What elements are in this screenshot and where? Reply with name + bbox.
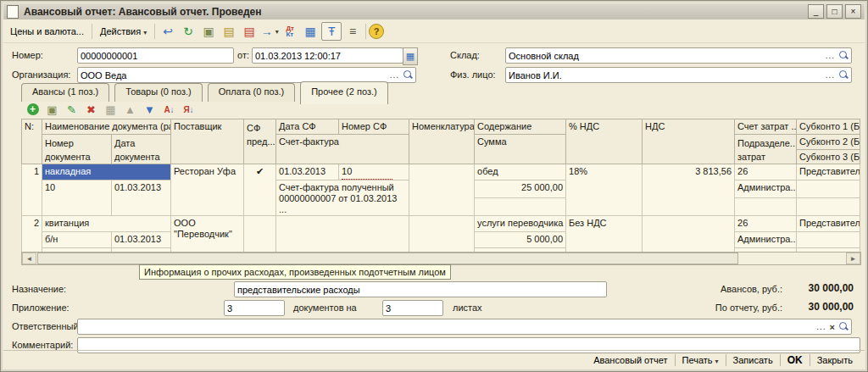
ok-button[interactable]: OK bbox=[781, 353, 810, 368]
copy-add-icon[interactable]: ▣ bbox=[199, 23, 218, 40]
date-field[interactable] bbox=[252, 47, 403, 64]
search-icon[interactable] bbox=[838, 69, 849, 81]
scroll-right-icon[interactable]: ► bbox=[846, 253, 860, 264]
row1-sub3-cell[interactable] bbox=[797, 198, 860, 216]
minimize-button[interactable]: _ bbox=[808, 4, 824, 19]
row1-vat-cell[interactable]: 3 813,56 bbox=[643, 164, 735, 216]
row1-num[interactable]: 1 bbox=[22, 164, 42, 216]
col-header-sub3[interactable]: Субконто 3 (БУ bbox=[797, 149, 860, 164]
col-header-doc-num[interactable]: Номер документа bbox=[42, 135, 112, 164]
row2-doc-name-cell[interactable]: квитанция bbox=[42, 216, 171, 232]
row2-sub1-cell[interactable]: Представител. bbox=[797, 216, 860, 232]
col-header-sub2[interactable]: Субконто 2 (БУ bbox=[797, 135, 860, 150]
responsible-input[interactable] bbox=[78, 320, 815, 333]
dt-kt-icon[interactable]: ДтКт bbox=[281, 23, 299, 40]
row1-supplier-cell[interactable]: Ресторан Уфа bbox=[171, 164, 244, 216]
warehouse-input[interactable] bbox=[506, 49, 824, 62]
move-up-icon[interactable]: ▲ bbox=[120, 102, 140, 117]
choose-icon[interactable]: ... bbox=[815, 322, 827, 331]
refresh-icon[interactable]: ↻ bbox=[179, 23, 198, 40]
list-settings-icon[interactable]: ≡ bbox=[343, 23, 362, 40]
col-header-supplier[interactable]: Поставщик bbox=[171, 119, 244, 164]
choose-icon[interactable]: ... bbox=[388, 70, 401, 80]
col-header-doc-name[interactable]: Наименование документа (ра... bbox=[42, 119, 171, 135]
sort-desc-icon[interactable]: Я↓ bbox=[179, 102, 198, 117]
row2-sub2-cell[interactable] bbox=[797, 232, 860, 248]
unpost-document-icon[interactable]: ▤ bbox=[240, 23, 259, 40]
row2-doc-num-cell[interactable]: б/н bbox=[42, 232, 112, 248]
col-header-invoice[interactable]: Счет-фактура bbox=[276, 135, 409, 164]
purpose-input[interactable] bbox=[235, 283, 606, 296]
row1-doc-name-cell[interactable]: накладная bbox=[42, 164, 171, 180]
tab-other[interactable]: Прочее (2 поз.) bbox=[300, 81, 387, 104]
warehouse-field[interactable]: ... bbox=[505, 47, 852, 64]
col-header-nomenclature[interactable]: Номенклатура bbox=[409, 119, 475, 164]
purpose-field[interactable] bbox=[234, 281, 607, 297]
close-window-button[interactable]: Закрыть bbox=[810, 353, 860, 367]
copy-row-icon[interactable]: ▣ bbox=[42, 102, 62, 117]
scrollbar-thumb[interactable] bbox=[37, 253, 738, 264]
delete-row-icon[interactable]: ✖ bbox=[81, 102, 101, 117]
titlebar[interactable]: Авансовый отчет: Авансовый отчет. Провед… bbox=[3, 3, 865, 19]
choose-icon[interactable]: ... bbox=[824, 51, 837, 60]
col-header-sf-num[interactable]: Номер СФ bbox=[339, 119, 409, 135]
row1-vat-pct-cell[interactable]: 18% bbox=[566, 164, 643, 216]
search-icon[interactable] bbox=[838, 50, 849, 61]
row1-department-cell[interactable]: Администра... bbox=[735, 180, 797, 198]
choose-icon[interactable]: ... bbox=[824, 70, 837, 80]
organization-input[interactable] bbox=[78, 69, 388, 81]
row1-content-extra-cell[interactable] bbox=[475, 198, 566, 216]
col-header-vat[interactable]: НДС bbox=[643, 119, 735, 164]
col-header-cost-account[interactable]: Счет затрат ... bbox=[735, 119, 797, 135]
col-header-vat-pct[interactable]: % НДС bbox=[566, 119, 643, 164]
print-button[interactable]: Печать▾ bbox=[676, 353, 726, 367]
row2-doc-date-cell[interactable]: 01.03.2013 bbox=[112, 232, 171, 248]
row1-sub1-cell[interactable]: Представител. bbox=[797, 164, 860, 180]
date-input[interactable] bbox=[253, 49, 403, 62]
postings-report-icon[interactable]: ▦ bbox=[301, 23, 320, 40]
attachment-sheets-input[interactable] bbox=[383, 302, 442, 314]
tab-goods[interactable]: Товары (0 поз.) bbox=[114, 83, 202, 102]
col-header-content[interactable]: Содержание bbox=[475, 119, 566, 135]
col-header-sf-date[interactable]: Дата СФ bbox=[276, 119, 339, 135]
filter-settings-icon[interactable]: Ŧ bbox=[321, 22, 342, 41]
tab-payment[interactable]: Оплата (0 поз.) bbox=[208, 83, 295, 102]
number-input[interactable] bbox=[78, 49, 233, 62]
row1-content-cell[interactable]: обед bbox=[475, 164, 566, 180]
move-down-icon[interactable]: ▼ bbox=[140, 102, 159, 117]
grid-view-icon[interactable]: ▦ bbox=[101, 102, 120, 117]
row1-sf-checkmark[interactable]: ✔ bbox=[244, 164, 276, 216]
save-button[interactable]: Записать bbox=[726, 353, 780, 367]
clear-icon[interactable]: × bbox=[828, 322, 837, 332]
add-row-icon[interactable]: + bbox=[23, 102, 42, 117]
row2-department-cell[interactable]: Администра... bbox=[735, 232, 797, 248]
calendar-icon[interactable]: ▦ bbox=[403, 47, 418, 65]
attachment-sheets-field[interactable] bbox=[382, 300, 443, 316]
search-icon[interactable] bbox=[403, 69, 414, 81]
col-header-num[interactable]: N: bbox=[22, 119, 42, 164]
col-header-sf-flag[interactable]: СФ пред... bbox=[244, 119, 276, 164]
col-header-doc-date[interactable]: Дата документа bbox=[112, 135, 171, 164]
write-icon[interactable]: ↩ bbox=[159, 23, 177, 40]
row1-sum-cell[interactable]: 25 000,00 bbox=[475, 180, 566, 198]
row1-sf-num-cell[interactable]: 10 bbox=[339, 164, 409, 180]
row1-invoice-info-cell[interactable]: Счет-фактура полученный 00000000007 от 0… bbox=[276, 180, 409, 216]
row1-doc-num-cell[interactable]: 10 bbox=[42, 180, 112, 216]
number-field[interactable] bbox=[77, 47, 234, 64]
help-icon[interactable]: ? bbox=[369, 24, 384, 39]
post-document-icon[interactable]: ▤ bbox=[220, 23, 238, 40]
attachment-docs-input[interactable] bbox=[225, 302, 284, 314]
row1-account-extra-cell[interactable] bbox=[735, 198, 797, 216]
close-button[interactable]: × bbox=[845, 4, 861, 19]
edit-row-icon[interactable]: ✎ bbox=[62, 102, 81, 117]
row1-sf-date-cell[interactable]: 01.03.2013 bbox=[276, 164, 339, 180]
maximize-button[interactable]: □ bbox=[826, 4, 843, 19]
goto-icon[interactable]: →▾ bbox=[260, 23, 279, 40]
row2-sum-cell[interactable]: 5 000,00 bbox=[475, 232, 566, 248]
col-header-sub1[interactable]: Субконто 1 (БУ bbox=[797, 119, 860, 135]
sort-asc-icon[interactable]: А↓ bbox=[159, 102, 179, 117]
person-input[interactable] bbox=[506, 69, 824, 81]
row2-content-cell[interactable]: услуги переводчика bbox=[475, 216, 566, 232]
actions-button[interactable]: Действия▾ bbox=[95, 25, 152, 38]
row1-nomenclature-cell[interactable] bbox=[409, 164, 475, 216]
